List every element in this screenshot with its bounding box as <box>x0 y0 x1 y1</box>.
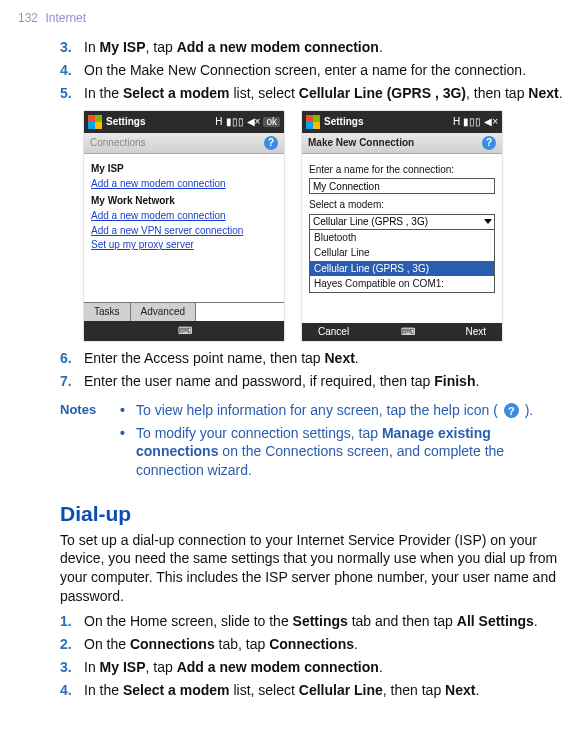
step-text: In My ISP, tap Add a new modem connectio… <box>84 38 565 57</box>
step-number: 7. <box>60 372 84 391</box>
step-number: 6. <box>60 349 84 368</box>
note-text: To modify your connection settings, tap … <box>136 424 565 481</box>
chapter-title: Internet <box>45 11 86 25</box>
keyboard-icon[interactable]: ⌨ <box>401 325 414 339</box>
signal-icon: ▮▯▯ <box>463 117 481 127</box>
step-number: 1. <box>60 612 84 631</box>
connection-name-input[interactable] <box>309 178 495 194</box>
screenshot-row: Settings H ▮▯▯ ◀× ok Connections ? My IS… <box>84 111 565 341</box>
text: Enter the Access point name, then tap <box>84 350 324 366</box>
section-heading-dialup: Dial-up <box>60 500 565 528</box>
title-bar: Settings H ▮▯▯ ◀× <box>302 111 502 133</box>
note-item: • To modify your connection settings, ta… <box>120 424 565 481</box>
text: . <box>534 613 538 629</box>
step-text: Enter the Access point name, then tap Ne… <box>84 349 565 368</box>
step-number: 2. <box>60 635 84 654</box>
step-number: 5. <box>60 84 84 103</box>
emphasis: Finish <box>434 373 475 389</box>
emphasis: All Settings <box>457 613 534 629</box>
text: tab and then tap <box>348 613 457 629</box>
modem-options-list: Bluetooth Cellular Line Cellular Line (G… <box>309 230 495 293</box>
volume-icon: ◀× <box>247 117 261 127</box>
text: tab, tap <box>215 636 269 652</box>
section-heading: My Work Network <box>91 194 277 208</box>
text: , then tap <box>383 682 445 698</box>
breadcrumb: Connections ? <box>84 133 284 154</box>
dialup-step-4: 4. In the Select a modem list, select Ce… <box>60 681 565 700</box>
crumb-text: Make New Connection <box>308 136 414 150</box>
dialup-step-2: 2. On the Connections tab, tap Connectio… <box>60 635 565 654</box>
next-button[interactable]: Next <box>465 325 486 339</box>
text: On the <box>84 636 130 652</box>
link-setup-proxy[interactable]: Set up my proxy server <box>91 238 277 252</box>
notes-section: Notes • To view help information for any… <box>60 401 565 485</box>
emphasis: Cellular Line (GPRS , 3G) <box>299 85 466 101</box>
text: On the Home screen, slide to the <box>84 613 293 629</box>
tab-tasks[interactable]: Tasks <box>84 303 131 321</box>
help-icon[interactable]: ? <box>482 136 496 150</box>
emphasis: My ISP <box>100 659 146 675</box>
modem-option[interactable]: Hayes Compatible on COM1: <box>310 276 494 292</box>
help-icon[interactable]: ? <box>264 136 278 150</box>
tab-advanced[interactable]: Advanced <box>131 303 196 321</box>
label-select-modem: Select a modem: <box>309 198 495 212</box>
text: To modify your connection settings, tap <box>136 425 382 441</box>
volume-icon: ◀× <box>484 117 498 127</box>
network-icon: H <box>215 117 222 127</box>
text: . <box>379 659 383 675</box>
dialup-step-1: 1. On the Home screen, slide to the Sett… <box>60 612 565 631</box>
step-5: 5. In the Select a modem list, select Ce… <box>60 84 565 103</box>
modem-option-selected[interactable]: Cellular Line (GPRS , 3G) <box>310 261 494 277</box>
text: . <box>354 636 358 652</box>
modem-selected[interactable] <box>309 214 495 230</box>
cancel-button[interactable]: Cancel <box>318 325 349 339</box>
step-number: 4. <box>60 61 84 80</box>
breadcrumb: Make New Connection ? <box>302 133 502 154</box>
step-text: In the Select a modem list, select Cellu… <box>84 681 565 700</box>
step-text: On the Connections tab, tap Connections. <box>84 635 565 654</box>
emphasis: Settings <box>293 613 348 629</box>
emphasis: Next <box>445 682 475 698</box>
text: list, select <box>230 682 299 698</box>
phone-screenshot-newconnection: Settings H ▮▯▯ ◀× Make New Connection ? … <box>302 111 502 341</box>
help-icon: ? <box>504 403 519 418</box>
step-6: 6. Enter the Access point name, then tap… <box>60 349 565 368</box>
phone-body: My ISP Add a new modem connection My Wor… <box>84 154 284 303</box>
emphasis: My ISP <box>100 39 146 55</box>
start-icon[interactable] <box>88 115 102 129</box>
step-text: On the Make New Connection screen, enter… <box>84 61 565 80</box>
phone-screenshot-connections: Settings H ▮▯▯ ◀× ok Connections ? My IS… <box>84 111 284 341</box>
text: . <box>355 350 359 366</box>
emphasis: Add a new modem connection <box>177 39 379 55</box>
softkey-bar: Cancel ⌨ Next <box>302 323 502 341</box>
title-text: Settings <box>106 115 145 129</box>
link-add-modem-work[interactable]: Add a new modem connection <box>91 209 277 223</box>
note-text: To view help information for any screen,… <box>136 401 533 420</box>
modem-option[interactable]: Bluetooth <box>310 230 494 246</box>
link-add-vpn[interactable]: Add a new VPN server connection <box>91 224 277 238</box>
section-heading: My ISP <box>91 162 277 176</box>
tab-bar: Tasks Advanced <box>84 302 284 321</box>
softkey-bar: ⌨ <box>84 321 284 341</box>
keyboard-icon[interactable]: ⌨ <box>178 324 191 338</box>
step-3: 3. In My ISP, tap Add a new modem connec… <box>60 38 565 57</box>
text: In the <box>84 682 123 698</box>
step-text: In the Select a modem list, select Cellu… <box>84 84 565 103</box>
step-number: 4. <box>60 681 84 700</box>
start-icon[interactable] <box>306 115 320 129</box>
page-header: 132 Internet <box>18 10 565 26</box>
modem-dropdown[interactable] <box>309 214 495 230</box>
ok-button[interactable]: ok <box>263 117 280 127</box>
link-add-modem-isp[interactable]: Add a new modem connection <box>91 177 277 191</box>
label-connection-name: Enter a name for the connection: <box>309 163 495 177</box>
emphasis: Connections <box>269 636 354 652</box>
text: . <box>559 85 563 101</box>
bullet-icon: • <box>120 424 136 481</box>
modem-option[interactable]: Cellular Line <box>310 245 494 261</box>
text: list, select <box>230 85 299 101</box>
crumb-text: Connections <box>90 136 146 150</box>
text: ). <box>525 402 534 418</box>
signal-icon: ▮▯▯ <box>226 117 244 127</box>
title-text: Settings <box>324 115 363 129</box>
emphasis: Select a modem <box>123 85 230 101</box>
